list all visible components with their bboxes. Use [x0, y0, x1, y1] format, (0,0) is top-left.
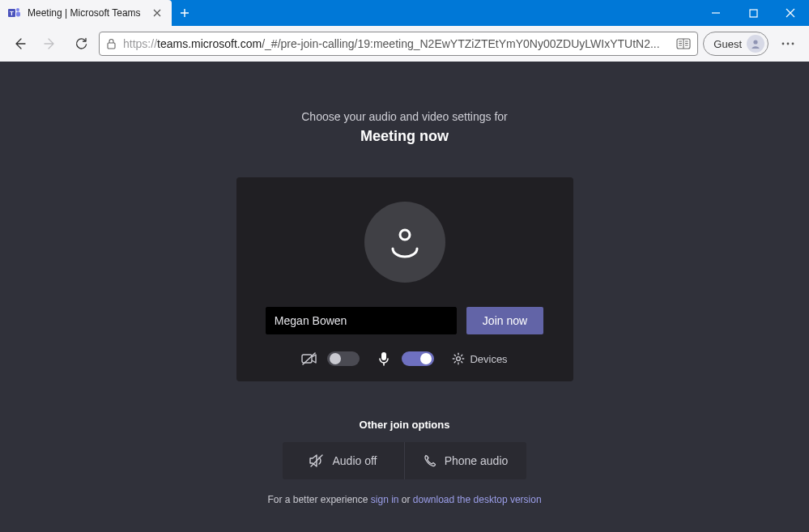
camera-toggle[interactable] [327, 351, 360, 366]
svg-point-14 [457, 357, 461, 361]
profile-avatar-icon [747, 35, 764, 53]
camera-off-icon [301, 351, 317, 367]
other-options-heading: Other join options [360, 419, 450, 431]
svg-point-9 [787, 43, 790, 45]
phone-audio-button[interactable]: Phone audio [405, 442, 526, 479]
svg-rect-12 [302, 355, 312, 363]
name-join-row: Join now [256, 307, 554, 334]
svg-rect-5 [108, 43, 115, 49]
window-titlebar: T Meeting | Microsoft Teams [0, 0, 809, 26]
microphone-toggle[interactable] [402, 351, 434, 366]
forward-button[interactable] [37, 31, 63, 57]
audio-off-button[interactable]: Audio off [283, 442, 404, 479]
reader-view-icon[interactable] [676, 38, 691, 49]
footer-text: For a better experience sign in or downl… [267, 494, 541, 505]
heading-subtitle: Choose your audio and video settings for [301, 110, 508, 123]
phone-audio-label: Phone audio [445, 454, 509, 467]
sign-in-link[interactable]: sign in [371, 494, 399, 505]
microphone-icon [376, 351, 392, 367]
window-maximize-button[interactable] [734, 0, 772, 26]
heading-title: Meeting now [360, 128, 449, 145]
phone-icon [424, 454, 436, 467]
footer-or: or [398, 494, 412, 505]
svg-point-10 [792, 43, 794, 45]
other-options-row: Audio off Phone audio [283, 442, 526, 479]
close-tab-button[interactable] [151, 6, 164, 19]
new-tab-button[interactable] [172, 0, 198, 26]
profile-label: Guest [713, 38, 742, 50]
teams-prejoin-page: Choose your audio and video settings for… [0, 62, 809, 532]
footer-prefix: For a better experience [267, 494, 370, 505]
window-minimize-button[interactable] [697, 0, 734, 26]
gear-icon [452, 352, 465, 365]
devices-button[interactable]: Devices [452, 352, 507, 365]
tab-title: Meeting | Microsoft Teams [28, 7, 144, 19]
name-input[interactable] [266, 307, 457, 334]
lock-icon [106, 38, 117, 49]
audio-off-label: Audio off [332, 454, 377, 467]
svg-text:T: T [10, 10, 14, 17]
svg-point-8 [782, 43, 785, 45]
address-bar[interactable]: https://teams.microsoft.com/_#/pre-join-… [99, 32, 698, 56]
svg-point-7 [753, 40, 757, 44]
browser-toolbar: https://teams.microsoft.com/_#/pre-join-… [0, 26, 809, 62]
devices-label: Devices [470, 353, 507, 365]
profile-button[interactable]: Guest [703, 32, 769, 56]
av-controls-row: Devices [301, 351, 507, 367]
url-host: teams.microsoft.com [157, 37, 262, 50]
url-text: https://teams.microsoft.com/_#/pre-join-… [123, 37, 670, 50]
browser-menu-button[interactable] [773, 31, 803, 57]
speaker-off-icon [309, 454, 324, 467]
svg-rect-3 [16, 12, 20, 17]
svg-rect-4 [750, 10, 757, 17]
svg-point-11 [400, 230, 410, 240]
window-close-button[interactable] [772, 0, 809, 26]
avatar-placeholder-icon [364, 202, 445, 283]
titlebar-spacer [198, 0, 697, 26]
browser-tab[interactable]: T Meeting | Microsoft Teams [0, 0, 172, 26]
url-path: /_#/pre-join-calling/19:meeting_N2EwYTZi… [262, 37, 659, 50]
download-desktop-link[interactable]: download the desktop version [413, 494, 542, 505]
teams-favicon-icon: T [8, 6, 21, 19]
back-button[interactable] [6, 31, 32, 57]
url-scheme: https:// [123, 37, 157, 50]
svg-point-2 [16, 8, 19, 11]
join-now-button[interactable]: Join now [466, 307, 543, 334]
refresh-button[interactable] [68, 31, 94, 57]
video-preview-panel: Join now [236, 177, 573, 381]
svg-rect-13 [381, 352, 386, 360]
